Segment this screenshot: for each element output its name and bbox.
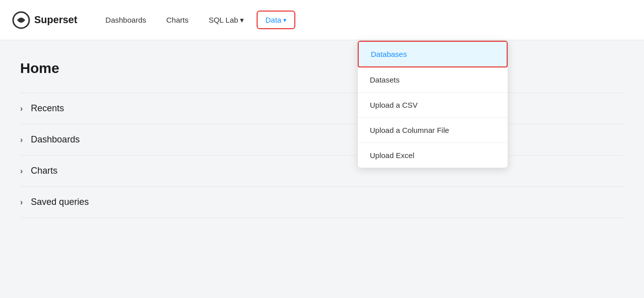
nav-charts[interactable]: Charts [158, 12, 196, 28]
nav-sqllab[interactable]: SQL Lab ▾ [201, 12, 253, 29]
chevron-charts-icon: › [20, 167, 23, 176]
nav-dashboards[interactable]: Dashboards [98, 12, 154, 28]
chevron-saved-queries-icon: › [20, 198, 23, 207]
dropdown-item-upload-csv[interactable]: Upload a CSV [358, 93, 508, 118]
dropdown-item-upload-columnar[interactable]: Upload a Columnar File [358, 118, 508, 143]
navbar: Superset Dashboards Charts SQL Lab ▾ Dat… [0, 0, 644, 40]
nav-data-button[interactable]: Data ▾ [257, 11, 296, 29]
section-list: › Recents › Dashboards › Charts › Saved … [20, 93, 624, 218]
section-saved-queries-label: Saved queries [31, 197, 89, 207]
section-recents-label: Recents [31, 103, 64, 114]
chevron-dashboards-icon: › [20, 135, 23, 144]
dropdown-item-upload-excel[interactable]: Upload Excel [358, 143, 508, 168]
nav-data-arrow: ▾ [283, 17, 286, 24]
data-dropdown-menu: Databases Datasets Upload a CSV Upload a… [357, 40, 508, 168]
section-dashboards-label: Dashboards [31, 134, 79, 145]
section-saved-queries[interactable]: › Saved queries [20, 187, 624, 218]
chevron-recents-icon: › [20, 104, 23, 113]
section-charts-label: Charts [31, 166, 57, 176]
logo-text: Superset [34, 14, 77, 26]
nav-links: Dashboards Charts SQL Lab ▾ Data ▾ [98, 11, 632, 29]
dropdown-item-databases[interactable]: Databases [358, 41, 508, 67]
main-content: Home › Recents › Dashboards › Charts › S… [0, 40, 644, 238]
section-recents[interactable]: › Recents [20, 93, 624, 124]
section-dashboards[interactable]: › Dashboards [20, 124, 624, 156]
superset-logo-icon [12, 11, 30, 29]
section-charts[interactable]: › Charts [20, 156, 624, 187]
logo-link[interactable]: Superset [12, 11, 77, 29]
nav-data-label: Data [266, 16, 282, 24]
dropdown-item-datasets[interactable]: Datasets [358, 67, 508, 93]
page-title: Home [20, 60, 624, 77]
